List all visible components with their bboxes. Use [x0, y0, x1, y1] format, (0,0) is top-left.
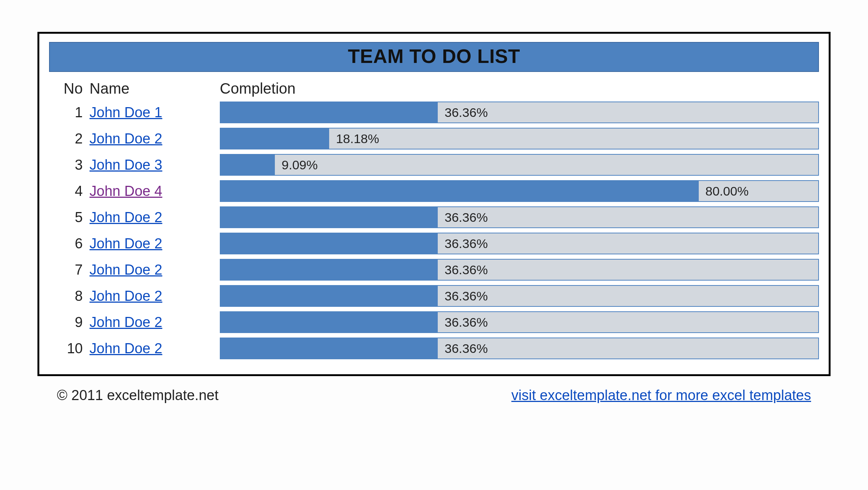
progress-bar-label: 9.09% — [275, 155, 318, 175]
table-row: 10John Doe 236.36% — [49, 338, 819, 359]
table-header: No Name Completion — [49, 80, 819, 97]
row-number: 5 — [49, 209, 89, 226]
progress-bar-fill — [221, 286, 438, 306]
completion-bar-cell: 36.36% — [220, 259, 819, 281]
progress-bar: 80.00% — [220, 180, 819, 202]
table-row: 4John Doe 480.00% — [49, 180, 819, 202]
progress-bar: 36.36% — [220, 311, 819, 333]
progress-bar-fill — [221, 128, 329, 149]
table-row: 3John Doe 39.09% — [49, 154, 819, 176]
progress-bar-label: 36.36% — [438, 102, 488, 122]
row-name-cell: John Doe 2 — [89, 288, 217, 304]
name-link[interactable]: John Doe 2 — [89, 341, 162, 356]
row-name-cell: John Doe 2 — [89, 262, 217, 278]
progress-bar-label: 18.18% — [329, 128, 379, 149]
completion-bar-cell: 80.00% — [220, 180, 819, 202]
progress-bar-fill — [221, 233, 438, 254]
progress-bar-fill — [221, 181, 699, 201]
progress-bar: 36.36% — [220, 338, 819, 359]
footer-copyright: © 2011 exceltemplate.net — [40, 387, 219, 403]
row-name-cell: John Doe 2 — [89, 236, 217, 252]
progress-bar-fill — [221, 155, 275, 175]
page-title: TEAM TO DO LIST — [49, 42, 819, 72]
progress-bar: 36.36% — [220, 285, 819, 307]
footer-link[interactable]: visit exceltemplate.net for more excel t… — [512, 387, 828, 403]
progress-bar-label: 36.36% — [438, 286, 488, 306]
completion-bar-cell: 36.36% — [220, 206, 819, 228]
row-name-cell: John Doe 2 — [89, 341, 217, 357]
table-row: 6John Doe 236.36% — [49, 233, 819, 254]
completion-bar-cell: 36.36% — [220, 311, 819, 333]
table-row: 1John Doe 136.36% — [49, 102, 819, 123]
completion-bar-cell: 9.09% — [220, 154, 819, 176]
progress-bar: 9.09% — [220, 154, 819, 176]
name-link[interactable]: John Doe 1 — [89, 105, 162, 120]
row-number: 8 — [49, 288, 89, 304]
progress-bar-label: 36.36% — [438, 312, 488, 332]
row-number: 2 — [49, 131, 89, 147]
page-canvas: TEAM TO DO LIST No Name Completion 1John… — [0, 0, 868, 490]
row-name-cell: John Doe 2 — [89, 131, 217, 147]
table-body: 1John Doe 136.36%2John Doe 218.18%3John … — [49, 102, 819, 359]
footer: © 2011 exceltemplate.net visit exceltemp… — [37, 387, 831, 403]
content-frame: TEAM TO DO LIST No Name Completion 1John… — [37, 32, 831, 376]
row-number: 9 — [49, 314, 89, 330]
progress-bar-fill — [221, 312, 438, 332]
completion-bar-cell: 36.36% — [220, 102, 819, 123]
table-row: 2John Doe 218.18% — [49, 128, 819, 149]
header-no: No — [49, 80, 89, 97]
header-completion: Completion — [220, 80, 295, 97]
progress-bar-fill — [221, 338, 438, 359]
row-name-cell: John Doe 4 — [89, 183, 217, 199]
row-number: 10 — [49, 341, 89, 357]
completion-bar-cell: 36.36% — [220, 285, 819, 307]
row-number: 4 — [49, 183, 89, 199]
progress-bar-fill — [221, 207, 438, 227]
row-name-cell: John Doe 1 — [89, 105, 217, 121]
row-name-cell: John Doe 2 — [89, 209, 217, 226]
name-link[interactable]: John Doe 3 — [89, 157, 162, 173]
name-link[interactable]: John Doe 4 — [89, 183, 162, 199]
progress-bar-fill — [221, 102, 438, 122]
row-number: 3 — [49, 157, 89, 173]
progress-bar-label: 36.36% — [438, 260, 488, 280]
progress-bar: 36.36% — [220, 102, 819, 123]
progress-bar-fill — [221, 260, 438, 280]
header-name: Name — [89, 80, 217, 97]
name-link[interactable]: John Doe 2 — [89, 209, 162, 225]
completion-bar-cell: 36.36% — [220, 233, 819, 254]
progress-bar-label: 80.00% — [699, 181, 749, 201]
table-row: 7John Doe 236.36% — [49, 259, 819, 281]
row-name-cell: John Doe 2 — [89, 314, 217, 330]
progress-bar: 36.36% — [220, 233, 819, 254]
completion-bar-cell: 36.36% — [220, 338, 819, 359]
table-row: 5John Doe 236.36% — [49, 206, 819, 228]
name-link[interactable]: John Doe 2 — [89, 131, 162, 146]
table-row: 8John Doe 236.36% — [49, 285, 819, 307]
name-link[interactable]: John Doe 2 — [89, 314, 162, 330]
row-number: 6 — [49, 236, 89, 252]
completion-bar-cell: 18.18% — [220, 128, 819, 149]
table-row: 9John Doe 236.36% — [49, 311, 819, 333]
row-number: 7 — [49, 262, 89, 278]
name-link[interactable]: John Doe 2 — [89, 262, 162, 278]
progress-bar-label: 36.36% — [438, 338, 488, 359]
name-link[interactable]: John Doe 2 — [89, 288, 162, 304]
row-number: 1 — [49, 105, 89, 121]
progress-bar: 36.36% — [220, 259, 819, 281]
progress-bar-label: 36.36% — [438, 207, 488, 227]
row-name-cell: John Doe 3 — [89, 157, 217, 173]
progress-bar: 18.18% — [220, 128, 819, 149]
name-link[interactable]: John Doe 2 — [89, 236, 162, 251]
progress-bar: 36.36% — [220, 206, 819, 228]
progress-bar-label: 36.36% — [438, 233, 488, 254]
